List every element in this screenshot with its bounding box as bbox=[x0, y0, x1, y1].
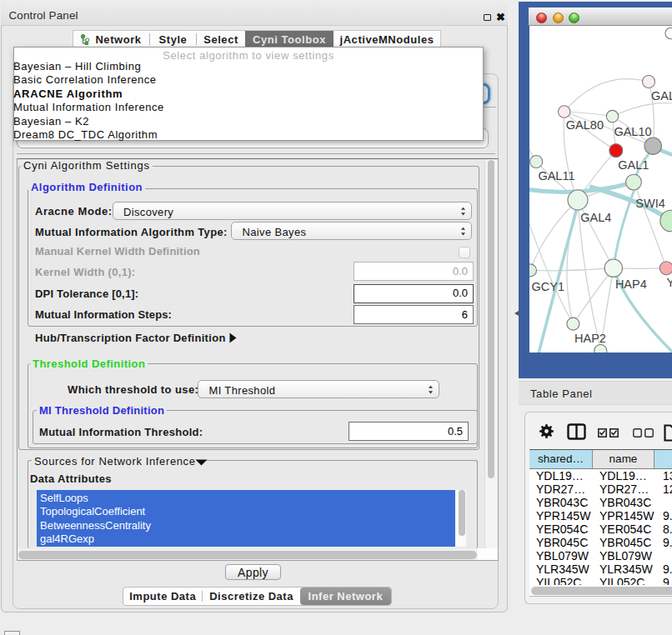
svg-text:HAP4: HAP4 bbox=[615, 278, 647, 291]
svg-text:HAP2: HAP2 bbox=[574, 332, 606, 345]
svg-text:SWI4: SWI4 bbox=[635, 197, 664, 210]
svg-text:GAL80: GAL80 bbox=[566, 118, 604, 132]
svg-text:GAL11: GAL11 bbox=[538, 169, 574, 182]
svg-text:Y: Y bbox=[667, 276, 672, 289]
svg-text:GCY1: GCY1 bbox=[532, 280, 565, 293]
svg-text:GAL: GAL bbox=[651, 89, 672, 102]
svg-text:GAL10: GAL10 bbox=[614, 125, 651, 138]
svg-text:GAL1: GAL1 bbox=[618, 158, 649, 172]
svg-text:GAL4: GAL4 bbox=[580, 211, 611, 224]
